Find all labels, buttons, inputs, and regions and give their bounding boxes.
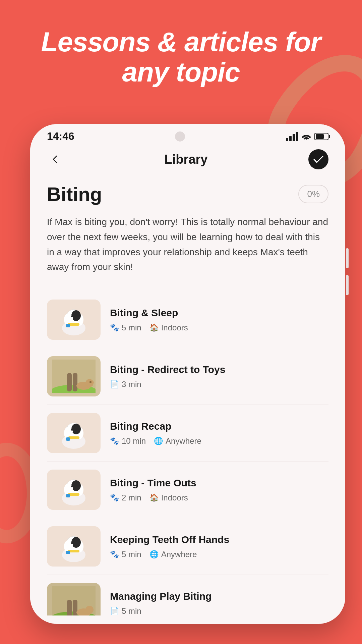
svg-point-35 bbox=[71, 485, 73, 487]
lesson-info: Biting - Time Outs 🐾 2 min 🏠 Indoors bbox=[110, 477, 328, 502]
svg-rect-38 bbox=[66, 494, 70, 497]
lesson-thumbnail bbox=[47, 583, 101, 615]
done-button[interactable] bbox=[308, 149, 328, 169]
location-value: Anywhere bbox=[161, 550, 197, 559]
duration-meta: 📄 5 min bbox=[110, 606, 141, 615]
svg-rect-10 bbox=[66, 324, 70, 327]
list-item[interactable]: Biting Recap 🐾 10 min 🌐 Anywhere bbox=[47, 405, 328, 462]
svg-point-54 bbox=[85, 606, 94, 614]
hero-section: Lessons & articles for any topic bbox=[0, 20, 362, 94]
battery-icon bbox=[314, 133, 328, 140]
lesson-title: Keeping Teeth Off Hands bbox=[110, 534, 328, 546]
lesson-meta: 📄 3 min bbox=[110, 380, 328, 389]
back-button[interactable] bbox=[47, 151, 64, 168]
duration-value: 2 min bbox=[122, 493, 141, 502]
lesson-thumbnail bbox=[47, 300, 101, 340]
nav-title: Library bbox=[165, 152, 208, 167]
duration-value: 5 min bbox=[122, 323, 141, 332]
location-meta: 🌐 Anywhere bbox=[149, 550, 197, 559]
duration-meta: 📄 3 min bbox=[110, 380, 141, 389]
lesson-thumbnail bbox=[47, 413, 101, 453]
outdoor-illustration-2 bbox=[52, 586, 96, 615]
content-area: Biting 0% If Max is biting you, don't wo… bbox=[30, 176, 345, 615]
list-item[interactable]: Managing Play Biting 📄 5 min bbox=[47, 575, 328, 615]
progress-badge: 0% bbox=[298, 185, 328, 203]
lesson-icon: 🐾 bbox=[110, 323, 119, 332]
volume-up-button[interactable] bbox=[346, 248, 349, 268]
lesson-meta: 🐾 5 min 🏠 Indoors bbox=[110, 323, 328, 332]
duration-meta: 🐾 10 min bbox=[110, 436, 146, 446]
lesson-thumbnail bbox=[47, 526, 101, 567]
lesson-info: Biting Recap 🐾 10 min 🌐 Anywhere bbox=[110, 420, 328, 446]
duration-meta: 🐾 5 min bbox=[110, 323, 141, 332]
svg-rect-14 bbox=[73, 373, 77, 391]
svg-point-8 bbox=[75, 315, 77, 317]
lesson-meta: 🐾 2 min 🏠 Indoors bbox=[110, 493, 328, 502]
duration-value: 3 min bbox=[122, 380, 141, 389]
svg-rect-28 bbox=[66, 437, 70, 441]
category-description: If Max is biting you, don't worry! This … bbox=[47, 215, 328, 275]
lesson-title: Biting - Time Outs bbox=[110, 477, 328, 489]
status-time: 14:46 bbox=[47, 130, 74, 143]
svg-point-7 bbox=[71, 315, 73, 317]
lesson-info: Keeping Teeth Off Hands 🐾 5 min 🌐 Anywhe… bbox=[110, 534, 328, 559]
location-icon: 🏠 bbox=[149, 323, 159, 332]
lesson-info: Biting & Sleep 🐾 5 min 🏠 Indoors bbox=[110, 307, 328, 332]
svg-point-26 bbox=[75, 429, 77, 431]
location-value: Anywhere bbox=[166, 436, 201, 446]
article-icon: 📄 bbox=[110, 380, 119, 389]
lesson-icon: 🐾 bbox=[110, 493, 119, 502]
location-icon: 🌐 bbox=[149, 550, 159, 559]
duration-meta: 🐾 5 min bbox=[110, 550, 141, 559]
status-icons bbox=[286, 132, 328, 141]
dog-illustration bbox=[52, 303, 96, 336]
svg-rect-51 bbox=[67, 600, 72, 615]
volume-down-button[interactable] bbox=[346, 275, 349, 295]
category-header: Biting 0% bbox=[47, 183, 328, 205]
lesson-title: Biting Recap bbox=[110, 420, 328, 432]
lesson-title: Biting - Redirect to Toys bbox=[110, 364, 328, 376]
location-value: Indoors bbox=[161, 323, 188, 332]
list-item[interactable]: Biting - Redirect to Toys 📄 3 min bbox=[47, 348, 328, 405]
location-value: Indoors bbox=[161, 493, 188, 502]
list-item[interactable]: Biting & Sleep 🐾 5 min 🏠 Indoors bbox=[47, 291, 328, 348]
dog-illustration-3 bbox=[52, 473, 96, 506]
lesson-icon: 🐾 bbox=[110, 437, 119, 445]
svg-point-45 bbox=[71, 542, 73, 544]
duration-value: 10 min bbox=[122, 436, 146, 446]
location-meta: 🏠 Indoors bbox=[149, 323, 188, 332]
location-icon: 🌐 bbox=[154, 437, 163, 445]
svg-point-36 bbox=[75, 485, 77, 487]
dog-illustration-4 bbox=[52, 530, 96, 563]
lesson-meta: 🐾 5 min 🌐 Anywhere bbox=[110, 550, 328, 559]
dog-illustration-2 bbox=[52, 416, 96, 450]
notch bbox=[175, 131, 185, 142]
duration-value: 5 min bbox=[122, 550, 141, 559]
location-icon: 🏠 bbox=[149, 493, 159, 502]
svg-point-46 bbox=[75, 542, 77, 544]
lesson-info: Biting - Redirect to Toys 📄 3 min bbox=[110, 364, 328, 389]
list-item[interactable]: Keeping Teeth Off Hands 🐾 5 min 🌐 Anywhe… bbox=[47, 518, 328, 575]
lesson-info: Managing Play Biting 📄 5 min bbox=[110, 590, 328, 615]
svg-point-18 bbox=[89, 381, 92, 383]
svg-rect-48 bbox=[66, 551, 70, 554]
hero-title: Lessons & articles for any topic bbox=[27, 27, 335, 87]
category-title: Biting bbox=[47, 183, 102, 205]
lesson-thumbnail bbox=[47, 470, 101, 510]
status-bar: 14:46 bbox=[30, 124, 345, 146]
phone-frame: 14:46 Library bbox=[30, 124, 345, 624]
lesson-meta: 🐾 10 min 🌐 Anywhere bbox=[110, 436, 328, 446]
lesson-title: Biting & Sleep bbox=[110, 307, 328, 319]
duration-meta: 🐾 2 min bbox=[110, 493, 141, 502]
svg-point-0 bbox=[306, 139, 307, 140]
wifi-icon bbox=[302, 133, 311, 140]
lesson-icon: 🐾 bbox=[110, 550, 119, 559]
lesson-list: Biting & Sleep 🐾 5 min 🏠 Indoors bbox=[47, 291, 328, 615]
location-meta: 🌐 Anywhere bbox=[154, 436, 201, 446]
list-item[interactable]: Biting - Time Outs 🐾 2 min 🏠 Indoors bbox=[47, 462, 328, 518]
nav-bar: Library bbox=[30, 146, 345, 176]
lesson-thumbnail bbox=[47, 356, 101, 396]
signal-bars-icon bbox=[286, 132, 298, 141]
svg-rect-13 bbox=[67, 373, 72, 391]
svg-point-25 bbox=[71, 429, 73, 431]
